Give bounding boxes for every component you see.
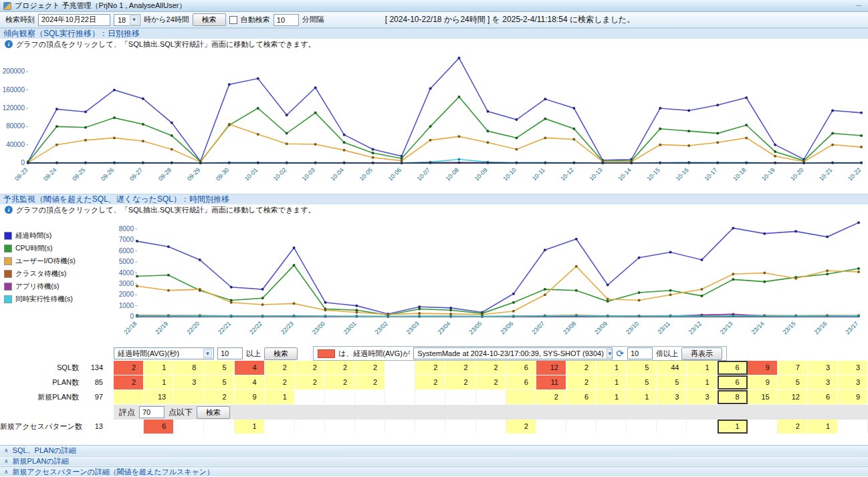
- hour-cell[interactable]: 3: [838, 375, 868, 389]
- hour-cell[interactable]: 4: [235, 361, 265, 375]
- data-point[interactable]: [429, 88, 432, 90]
- data-point[interactable]: [56, 144, 58, 146]
- date-input[interactable]: 2024年10月22日: [38, 14, 110, 26]
- filter-search-button[interactable]: 検索: [264, 347, 298, 360]
- data-point[interactable]: [659, 128, 661, 130]
- data-point[interactable]: [826, 269, 829, 272]
- hour-cell[interactable]: 1: [808, 420, 838, 434]
- data-point[interactable]: [449, 313, 452, 315]
- data-point[interactable]: [167, 315, 170, 317]
- data-point[interactable]: [257, 162, 259, 164]
- hour-cell[interactable]: 3: [657, 390, 687, 404]
- data-point[interactable]: [794, 315, 797, 317]
- data-point[interactable]: [387, 315, 389, 318]
- hour-cell[interactable]: 2: [445, 361, 475, 375]
- hour-cell[interactable]: 5: [657, 375, 687, 389]
- hour-cell[interactable]: 1: [596, 361, 627, 375]
- refresh-icon[interactable]: ⟳: [616, 349, 624, 358]
- data-point[interactable]: [831, 144, 834, 146]
- data-point[interactable]: [343, 141, 346, 144]
- data-point[interactable]: [638, 299, 641, 301]
- data-point[interactable]: [486, 130, 489, 132]
- data-point[interactable]: [575, 315, 578, 317]
- hour-cell[interactable]: 5: [204, 375, 234, 389]
- data-point[interactable]: [228, 123, 231, 126]
- hour-cell[interactable]: 9: [748, 375, 778, 389]
- hour-cell[interactable]: 2: [295, 361, 325, 375]
- data-point[interactable]: [512, 315, 515, 317]
- hourly-wait-chart-svg[interactable]: 01000200030004000500060007000800022/1822…: [100, 215, 868, 346]
- data-point[interactable]: [142, 98, 144, 100]
- data-point[interactable]: [84, 126, 87, 129]
- data-point[interactable]: [716, 104, 719, 106]
- redisplay-button[interactable]: 再表示: [681, 347, 722, 360]
- hour-cell[interactable]: 12: [536, 361, 566, 375]
- hour-cell[interactable]: 15: [748, 390, 778, 404]
- data-point[interactable]: [142, 162, 144, 164]
- data-point[interactable]: [687, 162, 690, 164]
- hour-cell[interactable]: 3: [838, 361, 868, 375]
- hour-cell[interactable]: 8: [174, 361, 204, 375]
- hour-cell[interactable]: 2: [778, 420, 808, 434]
- data-point[interactable]: [860, 146, 863, 148]
- data-point[interactable]: [659, 107, 661, 110]
- data-point[interactable]: [544, 162, 546, 164]
- data-point[interactable]: [774, 150, 776, 153]
- data-point[interactable]: [113, 136, 116, 139]
- data-point[interactable]: [136, 275, 138, 277]
- data-point[interactable]: [401, 162, 403, 164]
- data-point[interactable]: [84, 139, 87, 142]
- hour-cell[interactable]: 1: [627, 390, 657, 404]
- hour-cell[interactable]: 11: [536, 375, 566, 389]
- data-point[interactable]: [449, 309, 452, 311]
- data-point[interactable]: [261, 303, 264, 306]
- data-point[interactable]: [136, 240, 138, 243]
- multiplier-input[interactable]: 10: [627, 347, 653, 359]
- score-input[interactable]: 70: [139, 406, 165, 418]
- data-point[interactable]: [544, 293, 546, 296]
- data-point[interactable]: [774, 144, 776, 146]
- data-point[interactable]: [167, 274, 170, 277]
- data-point[interactable]: [314, 143, 317, 146]
- hour-cell[interactable]: 9: [748, 361, 778, 375]
- hour-cell[interactable]: 2: [114, 361, 144, 375]
- data-point[interactable]: [449, 315, 452, 318]
- hour-cell[interactable]: 2: [476, 361, 506, 375]
- data-point[interactable]: [826, 236, 829, 238]
- data-point[interactable]: [261, 288, 264, 291]
- data-point[interactable]: [700, 295, 703, 297]
- hour-cell[interactable]: 6: [506, 375, 536, 389]
- daily-sql-chart[interactable]: 0400008000012000016000020000009-2309-240…: [0, 49, 868, 194]
- hour-cell[interactable]: 6: [718, 375, 748, 389]
- hour-cell[interactable]: 6: [808, 390, 838, 404]
- hour-cell[interactable]: 1: [687, 375, 717, 389]
- data-point[interactable]: [774, 162, 776, 164]
- data-point[interactable]: [418, 308, 421, 311]
- hour-cell[interactable]: 2: [536, 390, 566, 404]
- data-point[interactable]: [745, 162, 748, 164]
- data-point[interactable]: [826, 273, 829, 275]
- data-point[interactable]: [261, 315, 264, 317]
- data-point[interactable]: [429, 125, 432, 128]
- data-point[interactable]: [572, 138, 575, 140]
- daily-sql-chart-svg[interactable]: 0400008000012000016000020000009-2309-240…: [0, 49, 868, 194]
- data-point[interactable]: [763, 232, 766, 235]
- data-point[interactable]: [355, 305, 358, 307]
- data-point[interactable]: [486, 162, 489, 164]
- data-point[interactable]: [575, 238, 578, 241]
- data-point[interactable]: [293, 302, 296, 305]
- data-point[interactable]: [515, 118, 518, 121]
- data-point[interactable]: [515, 162, 518, 164]
- data-point[interactable]: [136, 285, 138, 287]
- data-point[interactable]: [293, 315, 296, 317]
- hour-cell[interactable]: 1: [718, 420, 748, 434]
- data-point[interactable]: [230, 315, 233, 317]
- data-point[interactable]: [515, 148, 518, 151]
- accordion-bar[interactable]: ∧SQL、PLANの詳細: [0, 445, 868, 455]
- data-point[interactable]: [601, 162, 604, 164]
- data-point[interactable]: [372, 152, 374, 154]
- data-point[interactable]: [457, 96, 460, 98]
- data-point[interactable]: [286, 142, 288, 145]
- data-point[interactable]: [355, 311, 358, 313]
- hour-cell[interactable]: 2: [566, 375, 596, 389]
